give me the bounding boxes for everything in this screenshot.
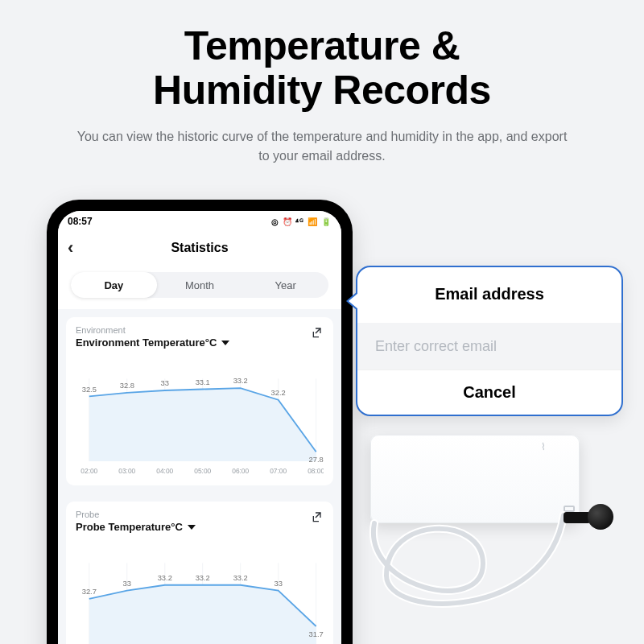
- status-bar: 08:57 ◎ ⏰ ⁴ᴳ 📶 🔋: [58, 211, 341, 232]
- svg-text:04:00: 04:00: [156, 467, 173, 475]
- tab-day[interactable]: Day: [71, 272, 157, 298]
- card-environment: Environment Environment Temperature°C 32…: [66, 317, 333, 485]
- svg-text:33: 33: [161, 379, 169, 387]
- email-export-dialog: Email address Enter correct email Cancel: [356, 266, 623, 416]
- export-icon: [311, 511, 324, 524]
- svg-text:33: 33: [274, 580, 282, 588]
- app-header: ‹ Statistics: [58, 232, 341, 264]
- page-title: Temperature & Humidity Records: [0, 0, 644, 113]
- card-environment-eyebrow: Environment: [76, 325, 324, 335]
- probe-tip-image: [588, 504, 613, 530]
- range-segmented-control: Day Month Year: [58, 264, 341, 309]
- chart-probe: 32.73333.233.233.23331.702:0003:0004:000…: [76, 536, 324, 644]
- svg-text:33.2: 33.2: [233, 574, 248, 582]
- title-line2: Humidity Records: [153, 68, 491, 113]
- metric-label: Environment Temperature°C: [76, 336, 217, 349]
- phone-screen: 08:57 ◎ ⏰ ⁴ᴳ 📶 🔋 ‹ Statistics Day Month …: [58, 211, 341, 644]
- title-line1: Temperature &: [184, 23, 460, 68]
- probe-connector-image: [564, 512, 591, 523]
- svg-text:02:00: 02:00: [80, 467, 97, 475]
- cancel-button[interactable]: Cancel: [357, 369, 621, 415]
- svg-text:33.2: 33.2: [233, 377, 248, 385]
- email-field[interactable]: Enter correct email: [357, 323, 621, 369]
- svg-text:06:00: 06:00: [232, 467, 249, 475]
- svg-text:32.7: 32.7: [82, 588, 97, 596]
- metric-selector-probe[interactable]: Probe Temperature°C: [76, 521, 324, 533]
- chevron-down-icon: [188, 525, 196, 530]
- svg-text:05:00: 05:00: [194, 467, 211, 475]
- export-button-probe[interactable]: [311, 511, 324, 524]
- page-subtitle: You can view the historic curve of the t…: [72, 127, 572, 166]
- svg-text:33.1: 33.1: [196, 378, 210, 386]
- status-indicators: ◎ ⏰ ⁴ᴳ 📶 🔋: [271, 217, 332, 226]
- app-header-title: Statistics: [171, 241, 228, 255]
- export-icon: [311, 327, 324, 340]
- metric-selector-environment[interactable]: Environment Temperature°C: [76, 336, 324, 349]
- svg-text:33: 33: [123, 580, 131, 588]
- chevron-down-icon: [221, 341, 229, 345]
- svg-text:27.8: 27.8: [309, 456, 324, 464]
- svg-text:32.8: 32.8: [120, 382, 134, 390]
- chart-environment: 32.532.83333.133.232.227.802:0003:0004:0…: [76, 352, 324, 481]
- svg-text:03:00: 03:00: [118, 467, 135, 475]
- tab-month[interactable]: Month: [157, 272, 243, 298]
- back-button[interactable]: ‹: [68, 237, 73, 258]
- probe-cable-image: [362, 483, 620, 636]
- svg-text:33.2: 33.2: [196, 574, 210, 582]
- svg-text:32.2: 32.2: [271, 389, 286, 397]
- wifi-icon: ⌇: [541, 441, 546, 452]
- svg-text:07:00: 07:00: [270, 467, 287, 475]
- metric-label: Probe Temperature°C: [76, 521, 183, 533]
- svg-text:32.5: 32.5: [82, 386, 97, 394]
- dialog-title: Email address: [357, 267, 621, 323]
- tab-year[interactable]: Year: [242, 272, 328, 298]
- svg-text:33.2: 33.2: [158, 574, 172, 582]
- status-time: 08:57: [68, 216, 93, 227]
- svg-text:08:00: 08:00: [308, 467, 324, 475]
- phone-mockup: 08:57 ◎ ⏰ ⁴ᴳ 📶 🔋 ‹ Statistics Day Month …: [47, 200, 353, 644]
- card-probe: Probe Probe Temperature°C 32.73333.233.2…: [66, 502, 333, 644]
- svg-text:31.7: 31.7: [309, 630, 324, 638]
- card-probe-eyebrow: Probe: [76, 510, 324, 519]
- export-button-environment[interactable]: [311, 327, 324, 340]
